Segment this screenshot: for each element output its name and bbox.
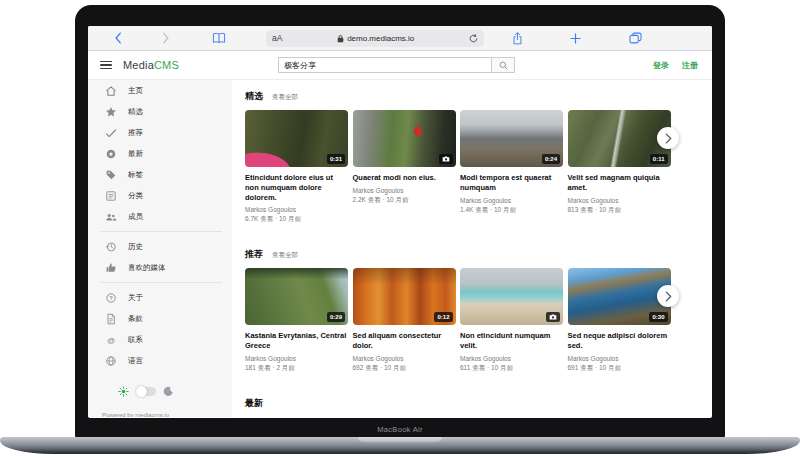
sidebar-item-terms[interactable]: 条款 — [88, 308, 232, 329]
site-logo[interactable]: MediaCMS — [123, 59, 179, 71]
document-icon — [105, 313, 117, 325]
media-card: 0:11 Velit sed magnam quiquia amet. Mark… — [568, 110, 671, 224]
video-thumbnail[interactable]: 0:12 — [353, 268, 456, 325]
divider — [100, 231, 222, 232]
media-title[interactable]: Kastania Evrytanias, Central Greece — [245, 331, 348, 351]
media-author[interactable]: Markos Gogoulos — [245, 206, 348, 213]
sidebar-label: 条款 — [128, 314, 143, 324]
video-thumbnail[interactable]: 0:29 — [245, 268, 348, 325]
media-author[interactable]: Markos Gogoulos — [353, 187, 456, 194]
home-icon — [105, 85, 117, 97]
sidebar-item-latest[interactable]: 最新 — [88, 143, 232, 164]
section-latest: 最新 — [245, 397, 712, 417]
next-arrow-button[interactable] — [657, 127, 679, 149]
sidebar-item-tags[interactable]: 标签 — [88, 164, 232, 185]
category-icon — [105, 190, 117, 202]
media-title[interactable]: Etincidunt dolore eius ut non numquam do… — [245, 173, 348, 202]
media-title[interactable]: Modi tempora est quaerat numquam — [460, 173, 563, 193]
video-thumbnail[interactable]: 0:11 — [568, 110, 671, 167]
forward-icon[interactable] — [162, 32, 170, 44]
video-thumbnail[interactable]: 0:31 — [245, 110, 348, 167]
sidebar-item-members[interactable]: 成员 — [88, 206, 232, 227]
share-icon[interactable] — [512, 32, 523, 45]
next-arrow-button[interactable] — [657, 285, 679, 307]
url-text: demo.mediacms.io — [347, 34, 414, 43]
help-icon: ? — [105, 292, 117, 304]
media-card: 0:31 Etincidunt dolore eius ut non numqu… — [245, 110, 348, 224]
video-thumbnail[interactable]: 0:30 — [568, 268, 671, 325]
media-author[interactable]: Markos Gogoulos — [568, 197, 671, 204]
moon-icon — [163, 386, 174, 397]
svg-text:@: @ — [107, 335, 115, 344]
powered-by[interactable]: Powered by mediacms.io — [88, 412, 232, 417]
media-card: 0:12 Sed aliquam consectetur dolor. Mark… — [353, 268, 456, 373]
sidebar-item-contact[interactable]: @ 联系 — [88, 329, 232, 350]
star-icon — [105, 106, 117, 118]
media-author[interactable]: Markos Gogoulos — [245, 355, 348, 362]
sidebar-item-history[interactable]: 历史 — [88, 236, 232, 257]
theme-switch[interactable] — [136, 387, 156, 396]
sidebar-item-liked-media[interactable]: 喜欢的媒体 — [88, 257, 232, 278]
duration-badge: 0:24 — [542, 154, 560, 164]
sun-icon — [118, 386, 129, 397]
macbook-base — [0, 437, 800, 454]
media-meta: 611 查看 · 10 月前 — [460, 364, 563, 373]
media-title[interactable]: Non etincidunt numquam velit. — [460, 331, 563, 351]
register-button[interactable]: 注册 — [682, 60, 698, 71]
lock-icon — [337, 34, 344, 43]
media-author[interactable]: Markos Gogoulos — [460, 355, 563, 362]
sidebar-label: 主页 — [128, 86, 143, 96]
image-thumbnail[interactable] — [460, 268, 563, 325]
sidebar-label: 最新 — [128, 149, 143, 159]
thumb-up-icon — [105, 262, 117, 274]
media-card: 0:30 Sed neque adipisci dolorem sed. Mar… — [568, 268, 671, 373]
camera-icon — [546, 312, 560, 322]
main-content: 精选 查看全部 0:31 Etincidunt dolore eius ut n… — [232, 80, 712, 417]
media-title[interactable]: Quaerat modi non eius. — [353, 173, 456, 183]
media-meta: 2.2K 查看 · 10 月前 — [353, 196, 456, 205]
view-all-link[interactable]: 查看全部 — [272, 93, 298, 102]
media-author[interactable]: Markos Gogoulos — [353, 355, 456, 362]
media-title[interactable]: Velit sed magnam quiquia amet. — [568, 173, 671, 193]
media-author[interactable]: Markos Gogoulos — [568, 355, 671, 362]
video-thumbnail[interactable]: 0:24 — [460, 110, 563, 167]
tabs-icon[interactable] — [629, 32, 642, 44]
device-label: MacBook Air — [75, 425, 725, 434]
logo-media: Media — [123, 59, 154, 71]
sidebar-item-language[interactable]: 语言 — [88, 350, 232, 371]
media-title[interactable]: Sed aliquam consectetur dolor. — [353, 331, 456, 351]
sidebar-item-home[interactable]: 主页 — [88, 80, 232, 101]
chevron-right-icon — [665, 133, 672, 144]
globe-icon — [105, 355, 117, 367]
media-meta: 691 查看 · 10 月前 — [568, 364, 671, 373]
reader-button[interactable]: aA — [272, 33, 282, 43]
tag-icon — [105, 169, 117, 181]
sidebar-label: 关于 — [128, 293, 143, 303]
sidebar-item-about[interactable]: ? 关于 — [88, 287, 232, 308]
sidebar-label: 喜欢的媒体 — [128, 263, 166, 273]
back-icon[interactable] — [114, 32, 122, 44]
sidebar-item-featured[interactable]: 精选 — [88, 101, 232, 122]
browser-toolbar: aA demo.mediacms.io — [88, 26, 712, 51]
refresh-icon[interactable] — [469, 34, 478, 43]
screenshot-stage: aA demo.mediacms.io — [0, 0, 800, 459]
new-releases-icon — [105, 148, 117, 160]
menu-icon[interactable] — [100, 61, 112, 70]
address-bar[interactable]: aA demo.mediacms.io — [266, 30, 484, 47]
media-meta: 813 查看 · 10 月前 — [568, 206, 671, 215]
site-header: MediaCMS 登录 注册 — [88, 51, 712, 80]
macbook-frame: aA demo.mediacms.io — [75, 5, 725, 438]
search-button[interactable] — [491, 57, 515, 73]
sidebar-item-categories[interactable]: 分类 — [88, 185, 232, 206]
svg-text:?: ? — [109, 295, 113, 301]
login-button[interactable]: 登录 — [653, 60, 669, 71]
sidebar-item-recommended[interactable]: 推荐 — [88, 122, 232, 143]
view-all-link[interactable]: 查看全部 — [272, 251, 298, 260]
sidebar-book-icon[interactable] — [212, 32, 226, 44]
media-title[interactable]: Sed neque adipisci dolorem sed. — [568, 331, 671, 351]
media-author[interactable]: Markos Gogoulos — [460, 197, 563, 204]
image-thumbnail[interactable] — [353, 110, 456, 167]
sidebar-label: 标签 — [128, 170, 143, 180]
new-tab-icon[interactable] — [570, 33, 581, 44]
search-input[interactable] — [278, 57, 491, 73]
